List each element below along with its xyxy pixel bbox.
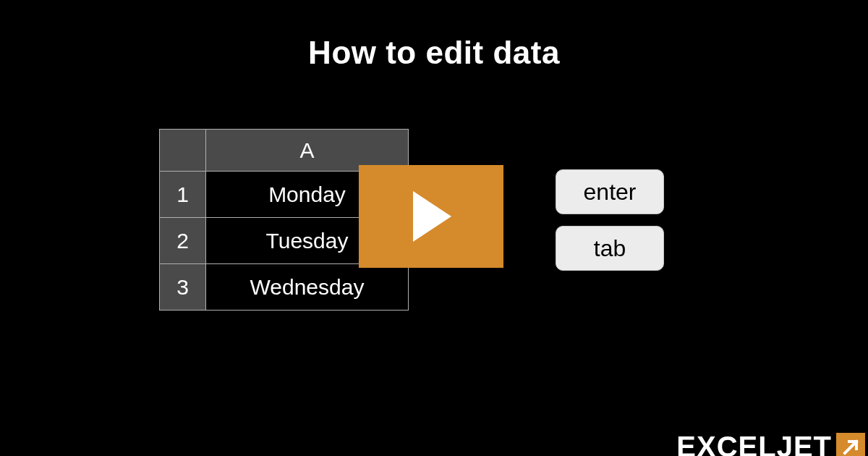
svg-marker-0 — [413, 191, 451, 242]
logo-text: EXCELJET — [676, 431, 832, 456]
row-header-3: 3 — [160, 264, 206, 311]
brand-logo: EXCELJET — [676, 431, 865, 456]
play-icon — [409, 191, 453, 242]
play-button[interactable] — [359, 165, 503, 268]
tab-key: tab — [556, 226, 664, 271]
cell-a3: Wednesday — [206, 264, 409, 311]
keyboard-keys: enter tab — [556, 169, 664, 271]
page-title: How to edit data — [0, 0, 868, 71]
logo-arrow-icon — [836, 433, 865, 457]
enter-key: enter — [556, 169, 664, 214]
row-header-2: 2 — [160, 218, 206, 264]
corner-cell — [160, 130, 206, 172]
row-header-1: 1 — [160, 172, 206, 218]
